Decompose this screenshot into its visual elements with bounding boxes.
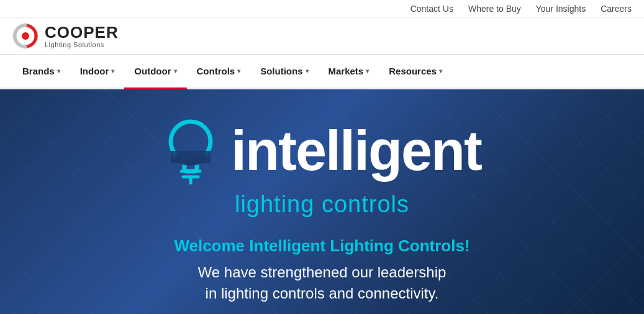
nav-item-outdoor[interactable]: Outdoor ▾ [124,55,186,87]
chevron-down-icon: ▾ [366,68,369,74]
lightbulb-icon [163,117,219,185]
careers-link[interactable]: Careers [601,4,632,14]
hero-content: intelligent lighting controls Welcome In… [150,104,494,314]
hero-welcome: Welcome Intelligent Lighting Controls! [174,236,469,256]
hero-subtitle: lighting controls [235,191,409,218]
hero-desc-line1: We have strengthened our leadership [198,264,447,280]
logo-text: COOPER Lighting Solutions [45,24,119,49]
hero-description: We have strengthened our leadership in l… [198,262,447,303]
your-insights-link[interactable]: Your Insights [536,4,586,14]
hero-welcome-highlight: Intelligent Lighting Controls [249,236,465,255]
hero-welcome-suffix: ! [465,236,470,255]
logo-brand: COOPER [45,24,119,42]
utility-bar: Contact Us Where to Buy Your Insights Ca… [0,0,644,18]
chevron-down-icon: ▾ [174,68,177,74]
svg-point-1 [22,32,29,40]
chevron-down-icon: ▾ [57,68,60,74]
cooper-logo-icon [12,23,39,49]
hero-headline-row: intelligent [163,117,481,185]
chevron-down-icon: ▾ [111,68,114,74]
logo[interactable]: COOPER Lighting Solutions [12,23,119,49]
nav-item-resources[interactable]: Resources ▾ [379,55,452,87]
site-header: COOPER Lighting Solutions [0,18,644,55]
hero-welcome-prefix: Welcome [174,236,249,255]
hero-section: intelligent lighting controls Welcome In… [0,89,644,314]
contact-us-link[interactable]: Contact Us [410,4,453,14]
nav-item-solutions[interactable]: Solutions ▾ [250,55,318,87]
chevron-down-icon: ▾ [439,68,442,74]
hero-headline: intelligent [231,123,481,179]
where-to-buy-link[interactable]: Where to Buy [468,4,521,14]
chevron-down-icon: ▾ [237,68,240,74]
chevron-down-icon: ▾ [306,68,309,74]
logo-tagline: Lighting Solutions [45,41,119,48]
nav-item-brands[interactable]: Brands ▾ [12,55,70,87]
nav-item-controls[interactable]: Controls ▾ [187,55,251,87]
hero-desc-line2: in lighting controls and connectivity. [206,285,439,302]
main-nav: Brands ▾ Indoor ▾ Outdoor ▾ Controls ▾ S… [0,55,644,89]
nav-item-markets[interactable]: Markets ▾ [319,55,379,87]
nav-item-indoor[interactable]: Indoor ▾ [70,55,125,87]
